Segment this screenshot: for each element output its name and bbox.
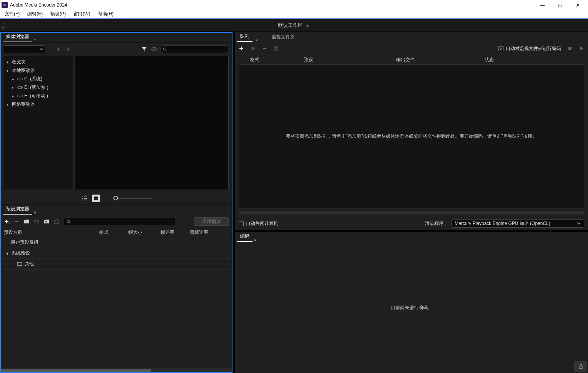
duplicate-icon[interactable] (273, 46, 279, 51)
preset-browser-panel: 预设浏览器 ≡ ▾ (1, 205, 232, 372)
col-frame-size[interactable]: 帧大小 (128, 229, 161, 236)
auto-shutdown-checkbox[interactable]: 自动关闭计算机 (239, 220, 278, 227)
svg-rect-19 (35, 220, 38, 223)
preset-settings-icon[interactable] (34, 219, 39, 224)
path-dropdown[interactable] (4, 45, 45, 53)
workspace-bar: 默认工作区 ≡ (0, 18, 588, 32)
col-preset-name[interactable]: 预设名称 (4, 229, 22, 236)
drive-icon (17, 85, 23, 89)
preset-row-system[interactable]: ▾ 系统预设 (1, 248, 232, 259)
col-format: 格式 (239, 57, 304, 63)
svg-point-4 (21, 79, 22, 80)
menu-edit[interactable]: 编辑(E) (24, 10, 46, 18)
export-preset-icon[interactable] (54, 219, 59, 224)
menu-preset[interactable]: 预设(P) (47, 10, 69, 18)
tab-encoding[interactable]: 编码 (237, 231, 252, 242)
media-preview-area (75, 56, 229, 190)
remove-source-icon[interactable] (262, 46, 267, 51)
panel-menu-icon[interactable]: ≡ (32, 38, 38, 42)
queue-settings-icon[interactable] (250, 46, 256, 51)
auto-shutdown-label: 自动关闭计算机 (246, 220, 278, 227)
renderer-label: 渲染程序： (425, 220, 448, 227)
auto-encode-label: 自动对监视文件夹进行编码 (506, 45, 561, 52)
checkbox-icon[interactable] (239, 221, 244, 226)
close-button[interactable]: ✕ (569, 0, 586, 10)
col-frame-rate[interactable]: 帧速率 (161, 229, 190, 236)
menu-file[interactable]: 文件(F) (2, 10, 23, 18)
tab-queue[interactable]: 队列 (237, 31, 252, 42)
svg-point-22 (67, 220, 69, 222)
queue-hscroll[interactable] (239, 211, 584, 215)
drag-handle-icon[interactable] (2, 20, 5, 31)
tree-network-drives[interactable]: ▾ 网络驱动器 (4, 100, 73, 108)
panel-menu-icon[interactable]: ≡ (252, 238, 258, 242)
thumbnail-view-button[interactable] (92, 195, 100, 202)
drive-icon (17, 77, 23, 81)
remove-preset-icon[interactable] (14, 219, 19, 224)
renderer-dropdown[interactable]: Mercury Playback Engine GPU 加速 (OpenCL) (451, 219, 584, 228)
list-view-button[interactable] (80, 195, 89, 202)
zoom-knob[interactable] (113, 196, 118, 200)
tab-watch-folders[interactable]: 监视文件夹 (269, 32, 298, 42)
queue-tab-menu-icon[interactable]: ≡ (254, 38, 259, 42)
lock-icon (578, 363, 583, 370)
col-target-rate[interactable]: 目标速率 (190, 229, 229, 236)
queue-drop-hint: 要将项目添加到队列，请单击"添加源"按钮或者从媒体浏览器或桌面将文件拖到此处。要… (286, 133, 537, 140)
encoding-panel: 编码 ≡ 目前尚未进行编码。 (235, 232, 588, 373)
tree-local-drives[interactable]: ▾ 本地驱动器 (4, 66, 73, 75)
monitor-icon (17, 261, 22, 267)
checkbox-icon[interactable] (498, 46, 503, 51)
auto-encode-checkbox[interactable]: 自动对监视文件夹进行编码 (498, 45, 561, 52)
visibility-icon[interactable] (150, 45, 158, 53)
preset-hscroll[interactable] (1, 368, 232, 372)
tab-preset-browser[interactable]: 预设浏览器 (3, 204, 32, 215)
svg-rect-24 (17, 262, 22, 265)
media-search-field[interactable] (169, 47, 226, 52)
panel-menu-icon[interactable]: ≡ (32, 210, 38, 215)
tree-drive-e[interactable]: ▸ E: (可移动 ) (4, 92, 73, 100)
menu-window[interactable]: 窗口(W) (70, 10, 93, 18)
svg-point-32 (253, 48, 254, 49)
col-status: 状态 (485, 57, 584, 63)
svg-point-31 (252, 47, 253, 48)
svg-point-33 (252, 49, 253, 50)
zoom-slider[interactable] (114, 198, 153, 199)
workspace-label[interactable]: 默认工作区 (278, 22, 303, 29)
apply-preset-button[interactable]: 应用预设 (194, 217, 229, 226)
svg-rect-37 (568, 47, 571, 50)
queue-drop-area[interactable]: 要将项目添加到队列，请单击"添加源"按钮或者从媒体浏览器或桌面将文件拖到此处。要… (239, 64, 584, 208)
start-queue-icon[interactable] (579, 46, 584, 51)
svg-line-2 (166, 50, 167, 51)
import-preset-icon[interactable] (44, 219, 49, 224)
maximize-button[interactable]: □ (551, 0, 569, 10)
svg-line-23 (69, 222, 70, 223)
tab-media-browser[interactable]: 媒体浏览器 (3, 32, 32, 42)
nav-forward-icon[interactable] (65, 46, 71, 53)
tree-drive-c[interactable]: ▸ C: (系统) (4, 75, 73, 83)
add-source-icon[interactable] (239, 46, 244, 51)
workspace-menu-icon[interactable]: ≡ (305, 23, 311, 28)
menubar: 文件(F) 编辑(E) 预设(P) 窗口(W) 帮助(H) (0, 10, 588, 18)
preset-row-user-group[interactable]: 用户预设及组 (1, 237, 232, 248)
preset-search-field[interactable] (72, 219, 173, 224)
tree-drive-d[interactable]: ▸ D: (新加卷 ) (4, 83, 73, 92)
new-folder-icon[interactable] (24, 219, 29, 224)
preset-row-other[interactable]: 其他 (1, 259, 232, 270)
svg-rect-15 (94, 196, 98, 200)
tree-favorites[interactable]: ▾ 收藏夹 (4, 58, 73, 66)
svg-point-1 (163, 48, 166, 50)
svg-point-8 (21, 96, 22, 97)
svg-rect-38 (579, 366, 582, 369)
stop-queue-icon[interactable] (567, 46, 573, 51)
nav-back-icon[interactable] (55, 46, 62, 53)
menu-help[interactable]: 帮助(H) (95, 10, 117, 18)
filter-icon[interactable] (140, 45, 148, 53)
col-format[interactable]: 格式 (99, 229, 128, 236)
minimize-button[interactable]: — (533, 0, 551, 10)
add-preset-icon[interactable]: ▾ (4, 219, 9, 224)
titlebar: Me Adobe Media Encoder 2024 — □ ✕ (0, 0, 588, 10)
preset-search-input[interactable] (64, 218, 175, 225)
status-corner[interactable] (574, 361, 587, 372)
media-search-input[interactable] (160, 45, 229, 53)
sort-asc-icon[interactable]: ↑ (24, 230, 26, 235)
